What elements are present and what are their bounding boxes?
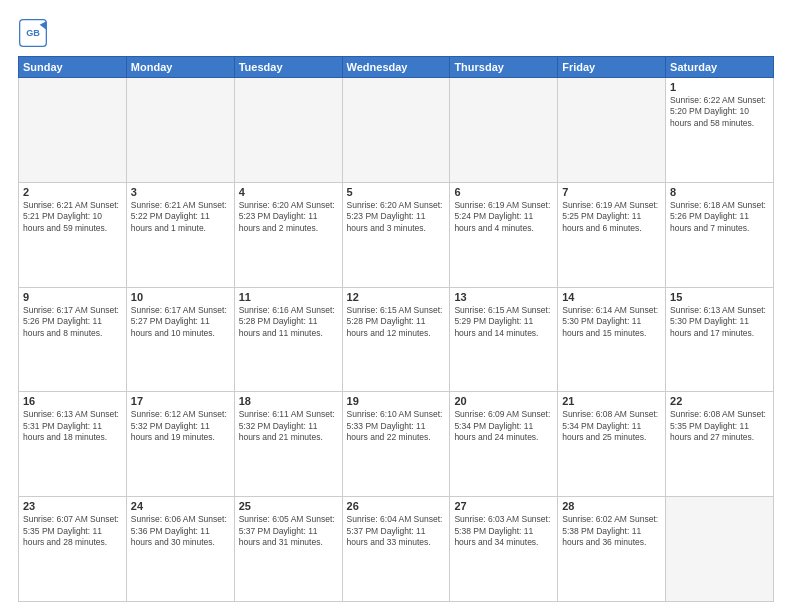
- logo: GB: [18, 18, 52, 48]
- calendar-cell: 21Sunrise: 6:08 AM Sunset: 5:34 PM Dayli…: [558, 392, 666, 497]
- calendar-cell: 16Sunrise: 6:13 AM Sunset: 5:31 PM Dayli…: [19, 392, 127, 497]
- day-number: 20: [454, 395, 553, 407]
- day-info: Sunrise: 6:13 AM Sunset: 5:30 PM Dayligh…: [670, 305, 769, 339]
- day-number: 22: [670, 395, 769, 407]
- calendar-cell: 10Sunrise: 6:17 AM Sunset: 5:27 PM Dayli…: [126, 287, 234, 392]
- calendar-cell: [19, 78, 127, 183]
- calendar-cell: 12Sunrise: 6:15 AM Sunset: 5:28 PM Dayli…: [342, 287, 450, 392]
- calendar-cell: 19Sunrise: 6:10 AM Sunset: 5:33 PM Dayli…: [342, 392, 450, 497]
- calendar-cell: [234, 78, 342, 183]
- day-info: Sunrise: 6:14 AM Sunset: 5:30 PM Dayligh…: [562, 305, 661, 339]
- day-info: Sunrise: 6:11 AM Sunset: 5:32 PM Dayligh…: [239, 409, 338, 443]
- day-info: Sunrise: 6:12 AM Sunset: 5:32 PM Dayligh…: [131, 409, 230, 443]
- day-info: Sunrise: 6:15 AM Sunset: 5:28 PM Dayligh…: [347, 305, 446, 339]
- day-number: 10: [131, 291, 230, 303]
- calendar-cell: 5Sunrise: 6:20 AM Sunset: 5:23 PM Daylig…: [342, 182, 450, 287]
- calendar-cell: [558, 78, 666, 183]
- calendar-cell: [450, 78, 558, 183]
- weekday-monday: Monday: [126, 57, 234, 78]
- day-number: 18: [239, 395, 338, 407]
- day-number: 17: [131, 395, 230, 407]
- day-number: 5: [347, 186, 446, 198]
- page: GB SundayMondayTuesdayWednesdayThursdayF…: [0, 0, 792, 612]
- day-number: 28: [562, 500, 661, 512]
- calendar-cell: [342, 78, 450, 183]
- day-info: Sunrise: 6:21 AM Sunset: 5:22 PM Dayligh…: [131, 200, 230, 234]
- svg-text:GB: GB: [26, 28, 40, 38]
- day-number: 24: [131, 500, 230, 512]
- calendar-cell: 17Sunrise: 6:12 AM Sunset: 5:32 PM Dayli…: [126, 392, 234, 497]
- day-info: Sunrise: 6:17 AM Sunset: 5:27 PM Dayligh…: [131, 305, 230, 339]
- calendar-cell: 24Sunrise: 6:06 AM Sunset: 5:36 PM Dayli…: [126, 497, 234, 602]
- calendar-cell: 1Sunrise: 6:22 AM Sunset: 5:20 PM Daylig…: [666, 78, 774, 183]
- weekday-header-row: SundayMondayTuesdayWednesdayThursdayFrid…: [19, 57, 774, 78]
- day-info: Sunrise: 6:20 AM Sunset: 5:23 PM Dayligh…: [347, 200, 446, 234]
- day-number: 12: [347, 291, 446, 303]
- weekday-thursday: Thursday: [450, 57, 558, 78]
- day-info: Sunrise: 6:10 AM Sunset: 5:33 PM Dayligh…: [347, 409, 446, 443]
- day-info: Sunrise: 6:19 AM Sunset: 5:25 PM Dayligh…: [562, 200, 661, 234]
- day-number: 3: [131, 186, 230, 198]
- weekday-sunday: Sunday: [19, 57, 127, 78]
- day-number: 25: [239, 500, 338, 512]
- calendar-cell: 26Sunrise: 6:04 AM Sunset: 5:37 PM Dayli…: [342, 497, 450, 602]
- day-info: Sunrise: 6:21 AM Sunset: 5:21 PM Dayligh…: [23, 200, 122, 234]
- day-info: Sunrise: 6:22 AM Sunset: 5:20 PM Dayligh…: [670, 95, 769, 129]
- day-info: Sunrise: 6:05 AM Sunset: 5:37 PM Dayligh…: [239, 514, 338, 548]
- weekday-friday: Friday: [558, 57, 666, 78]
- weekday-saturday: Saturday: [666, 57, 774, 78]
- calendar-cell: 4Sunrise: 6:20 AM Sunset: 5:23 PM Daylig…: [234, 182, 342, 287]
- day-number: 11: [239, 291, 338, 303]
- day-info: Sunrise: 6:04 AM Sunset: 5:37 PM Dayligh…: [347, 514, 446, 548]
- calendar-cell: 27Sunrise: 6:03 AM Sunset: 5:38 PM Dayli…: [450, 497, 558, 602]
- day-info: Sunrise: 6:03 AM Sunset: 5:38 PM Dayligh…: [454, 514, 553, 548]
- calendar-cell: 11Sunrise: 6:16 AM Sunset: 5:28 PM Dayli…: [234, 287, 342, 392]
- calendar-cell: 22Sunrise: 6:08 AM Sunset: 5:35 PM Dayli…: [666, 392, 774, 497]
- calendar-cell: 18Sunrise: 6:11 AM Sunset: 5:32 PM Dayli…: [234, 392, 342, 497]
- week-row-2: 9Sunrise: 6:17 AM Sunset: 5:26 PM Daylig…: [19, 287, 774, 392]
- calendar-cell: [666, 497, 774, 602]
- day-number: 7: [562, 186, 661, 198]
- calendar-cell: 23Sunrise: 6:07 AM Sunset: 5:35 PM Dayli…: [19, 497, 127, 602]
- week-row-4: 23Sunrise: 6:07 AM Sunset: 5:35 PM Dayli…: [19, 497, 774, 602]
- day-number: 21: [562, 395, 661, 407]
- day-info: Sunrise: 6:02 AM Sunset: 5:38 PM Dayligh…: [562, 514, 661, 548]
- day-info: Sunrise: 6:17 AM Sunset: 5:26 PM Dayligh…: [23, 305, 122, 339]
- weekday-wednesday: Wednesday: [342, 57, 450, 78]
- day-number: 23: [23, 500, 122, 512]
- weekday-tuesday: Tuesday: [234, 57, 342, 78]
- day-number: 14: [562, 291, 661, 303]
- day-number: 16: [23, 395, 122, 407]
- day-info: Sunrise: 6:20 AM Sunset: 5:23 PM Dayligh…: [239, 200, 338, 234]
- day-info: Sunrise: 6:06 AM Sunset: 5:36 PM Dayligh…: [131, 514, 230, 548]
- calendar-cell: 15Sunrise: 6:13 AM Sunset: 5:30 PM Dayli…: [666, 287, 774, 392]
- day-number: 15: [670, 291, 769, 303]
- day-number: 19: [347, 395, 446, 407]
- calendar-cell: 9Sunrise: 6:17 AM Sunset: 5:26 PM Daylig…: [19, 287, 127, 392]
- day-info: Sunrise: 6:13 AM Sunset: 5:31 PM Dayligh…: [23, 409, 122, 443]
- calendar-cell: 8Sunrise: 6:18 AM Sunset: 5:26 PM Daylig…: [666, 182, 774, 287]
- calendar-cell: 7Sunrise: 6:19 AM Sunset: 5:25 PM Daylig…: [558, 182, 666, 287]
- calendar-cell: 25Sunrise: 6:05 AM Sunset: 5:37 PM Dayli…: [234, 497, 342, 602]
- day-info: Sunrise: 6:19 AM Sunset: 5:24 PM Dayligh…: [454, 200, 553, 234]
- day-info: Sunrise: 6:09 AM Sunset: 5:34 PM Dayligh…: [454, 409, 553, 443]
- calendar-cell: 6Sunrise: 6:19 AM Sunset: 5:24 PM Daylig…: [450, 182, 558, 287]
- week-row-0: 1Sunrise: 6:22 AM Sunset: 5:20 PM Daylig…: [19, 78, 774, 183]
- day-number: 2: [23, 186, 122, 198]
- day-info: Sunrise: 6:08 AM Sunset: 5:34 PM Dayligh…: [562, 409, 661, 443]
- calendar-table: SundayMondayTuesdayWednesdayThursdayFrid…: [18, 56, 774, 602]
- calendar-cell: 2Sunrise: 6:21 AM Sunset: 5:21 PM Daylig…: [19, 182, 127, 287]
- day-number: 13: [454, 291, 553, 303]
- header: GB: [18, 18, 774, 48]
- calendar-cell: 28Sunrise: 6:02 AM Sunset: 5:38 PM Dayli…: [558, 497, 666, 602]
- day-number: 8: [670, 186, 769, 198]
- logo-icon: GB: [18, 18, 48, 48]
- week-row-3: 16Sunrise: 6:13 AM Sunset: 5:31 PM Dayli…: [19, 392, 774, 497]
- calendar-cell: 20Sunrise: 6:09 AM Sunset: 5:34 PM Dayli…: [450, 392, 558, 497]
- day-number: 6: [454, 186, 553, 198]
- day-number: 26: [347, 500, 446, 512]
- day-number: 9: [23, 291, 122, 303]
- day-number: 1: [670, 81, 769, 93]
- week-row-1: 2Sunrise: 6:21 AM Sunset: 5:21 PM Daylig…: [19, 182, 774, 287]
- day-info: Sunrise: 6:18 AM Sunset: 5:26 PM Dayligh…: [670, 200, 769, 234]
